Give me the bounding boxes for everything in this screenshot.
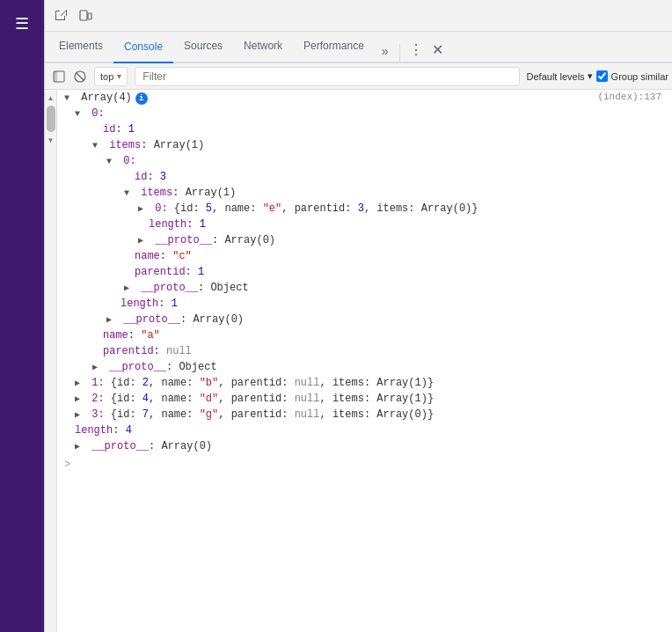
proto-array0-toggle[interactable]: ▶ xyxy=(138,236,149,246)
console-toolbar: top ▾ Default levels ▾ Group similar xyxy=(45,63,672,90)
levels-dropdown-arrow: ▾ xyxy=(588,70,593,82)
tab-sources[interactable]: Sources xyxy=(173,30,233,62)
root-proto-array-row[interactable]: ▶ __proto__ : Array(0) xyxy=(57,439,672,455)
nested-length-row: length : 1 xyxy=(57,217,672,233)
name-a-row: name : "a" xyxy=(57,328,672,344)
id-1-row: id : 1 xyxy=(57,122,672,138)
filter-input[interactable] xyxy=(139,69,515,85)
index-3-row[interactable]: ▶ 3: {id: 7 , name: "g" , parentid: null… xyxy=(57,408,672,423)
name-c-row: name : "c" xyxy=(57,249,672,265)
index-0-row[interactable]: ▼ 0: xyxy=(57,107,672,122)
root-proto-array-toggle[interactable]: ▶ xyxy=(75,442,85,452)
index-1-row[interactable]: ▶ 1: {id: 2 , name: "b" , parentid: null… xyxy=(57,376,672,392)
levels-selector[interactable]: Default levels ▾ xyxy=(527,70,593,82)
array-info-icon[interactable]: i xyxy=(135,92,148,105)
items-proto-row[interactable]: ▶ __proto__ : Array(0) xyxy=(57,312,672,328)
context-dropdown-arrow: ▾ xyxy=(117,71,121,81)
items-length-row: length : 1 xyxy=(57,297,672,312)
items-0-id-row: id : 3 xyxy=(57,170,672,186)
console-prompt[interactable]: > xyxy=(57,455,672,474)
items-0-items-toggle[interactable]: ▼ xyxy=(124,188,135,199)
parentid-null-row: parentid : null xyxy=(57,344,672,360)
devtools-top-toolbar xyxy=(45,0,672,32)
proto-object-row[interactable]: ▶ __proto__ : Object xyxy=(57,281,672,297)
console-output[interactable]: ▼ Array(4) i (index):137 ▼ 0: id : 1 xyxy=(57,90,672,632)
vertical-scrollbar[interactable]: ▲ ▼ xyxy=(45,90,57,632)
prompt-arrow: > xyxy=(64,459,70,471)
index-2-row[interactable]: ▶ 2: {id: 4 , name: "d" , parentid: null… xyxy=(57,392,672,408)
context-selector[interactable]: top ▾ xyxy=(94,67,128,86)
console-index-ref: (index):137 xyxy=(597,92,665,102)
devtools-panel: Elements Console Sources Network Perform… xyxy=(44,0,672,632)
scroll-down-arrow[interactable]: ▼ xyxy=(45,134,57,146)
group-similar-checkbox[interactable] xyxy=(596,70,608,82)
scroll-thumb[interactable] xyxy=(47,106,55,132)
root-proto-toggle[interactable]: ▶ xyxy=(92,363,103,373)
root-proto-object-row[interactable]: ▶ __proto__ : Object xyxy=(57,360,672,376)
filter-container xyxy=(135,67,519,86)
root-length-row: length : 4 xyxy=(57,423,672,439)
tab-performance[interactable]: Performance xyxy=(293,30,375,62)
index-2-toggle[interactable]: ▶ xyxy=(75,394,85,405)
proto-array0-row[interactable]: ▶ __proto__ : Array(0) xyxy=(57,233,672,249)
tab-console[interactable]: Console xyxy=(113,32,173,63)
items-0-items-row[interactable]: ▼ items : Array(1) xyxy=(57,186,672,202)
inspect-element-button[interactable] xyxy=(48,4,73,28)
nested-0-row[interactable]: ▶ 0: {id: 5 , name: "e" , parentid: 3 , … xyxy=(57,202,672,217)
device-toggle-button[interactable] xyxy=(73,4,98,28)
items-0-row[interactable]: ▼ 0: xyxy=(57,154,672,170)
tab-separator xyxy=(399,44,400,62)
console-clear-button[interactable] xyxy=(69,66,91,87)
tab-elements[interactable]: Elements xyxy=(48,30,113,62)
items-proto-toggle[interactable]: ▶ xyxy=(106,315,117,326)
index-3-toggle[interactable]: ▶ xyxy=(75,410,85,421)
devtools-close-button[interactable]: ✕ xyxy=(428,38,447,62)
items-array1-row[interactable]: ▼ items : Array(1) xyxy=(57,138,672,154)
array-root-toggle[interactable]: ▼ xyxy=(64,93,75,104)
svg-line-5 xyxy=(77,73,84,80)
console-sidebar-button[interactable] xyxy=(48,66,69,87)
scroll-up-arrow[interactable]: ▲ xyxy=(45,92,57,104)
proto-object-toggle[interactable]: ▶ xyxy=(124,283,135,294)
app-sidebar: ☰ xyxy=(0,0,44,632)
index-0-toggle[interactable]: ▼ xyxy=(75,109,85,120)
items-toggle[interactable]: ▼ xyxy=(92,141,103,151)
svg-rect-0 xyxy=(80,11,87,20)
group-similar-label: Group similar xyxy=(596,70,668,82)
more-tabs-button[interactable]: » xyxy=(375,40,396,62)
devtools-tabs: Elements Console Sources Network Perform… xyxy=(45,32,672,63)
svg-rect-1 xyxy=(88,13,91,19)
nested-0-toggle[interactable]: ▶ xyxy=(138,204,149,215)
items-0-toggle[interactable]: ▼ xyxy=(106,157,117,167)
parentid-1-row: parentid : 1 xyxy=(57,265,672,281)
tab-network[interactable]: Network xyxy=(233,30,293,62)
array-root-row[interactable]: ▼ Array(4) i (index):137 xyxy=(57,90,672,107)
devtools-menu-button[interactable]: ⋮ xyxy=(404,38,428,62)
index-1-toggle[interactable]: ▶ xyxy=(75,378,85,389)
hamburger-icon[interactable]: ☰ xyxy=(8,7,36,40)
svg-rect-3 xyxy=(54,71,57,82)
devtools-body: ▲ ▼ ▼ Array(4) i (index):137 ▼ 0: xyxy=(45,90,672,632)
